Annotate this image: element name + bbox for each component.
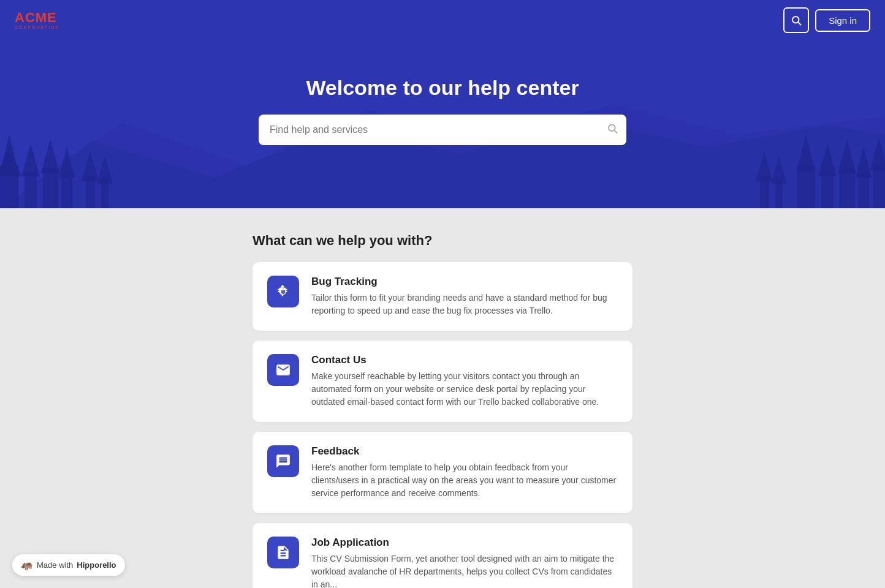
section-title: What can we help you with?: [253, 233, 632, 249]
search-bar-container: [259, 115, 626, 145]
feedback-title: Feedback: [311, 445, 618, 458]
svg-rect-19: [858, 173, 869, 208]
job-application-body: Job Application This CV Submission Form,…: [311, 537, 618, 588]
svg-rect-21: [873, 165, 885, 208]
feedback-body: Feedback Here's another form template to…: [311, 445, 618, 500]
search-icon: [607, 123, 618, 134]
svg-rect-9: [43, 168, 58, 208]
logo-text: ACME: [15, 11, 60, 24]
svg-line-32: [614, 130, 617, 132]
footer-hippo-icon: 🦛: [21, 559, 33, 571]
svg-marker-10: [41, 140, 59, 173]
logo: ACME CORPORATION: [15, 11, 60, 29]
cards-list: Bug Tracking Tailor this form to fit you…: [253, 262, 632, 588]
search-input[interactable]: [259, 115, 626, 145]
bug-tracking-description: Tailor this form to fit your branding ne…: [311, 292, 618, 317]
main-content: What can we help you with? Bug Tracking …: [0, 208, 885, 588]
svg-marker-8: [21, 144, 40, 176]
job-application-icon: [267, 537, 299, 568]
card-contact-us[interactable]: Contact Us Make yourself reachable by le…: [253, 341, 632, 422]
card-feedback[interactable]: Feedback Here's another form template to…: [253, 432, 632, 513]
contact-us-body: Contact Us Make yourself reachable by le…: [311, 354, 618, 409]
card-bug-tracking[interactable]: Bug Tracking Tailor this form to fit you…: [253, 262, 632, 331]
header: ACME CORPORATION Sign in: [0, 0, 885, 40]
search-icon: [791, 15, 802, 26]
svg-rect-7: [25, 172, 37, 208]
bug-tracking-icon: [267, 276, 299, 307]
made-with-label: Made with: [37, 560, 73, 570]
bug-tracking-title: Bug Tracking: [311, 276, 618, 288]
footer-badge: 🦛 Made with Hipporello: [12, 554, 125, 576]
bug-tracking-body: Bug Tracking Tailor this form to fit you…: [311, 276, 618, 317]
header-search-button[interactable]: [783, 7, 809, 33]
svg-rect-11: [61, 173, 72, 208]
card-job-application[interactable]: Job Application This CV Submission Form,…: [253, 523, 632, 588]
contact-us-title: Contact Us: [311, 354, 618, 366]
hero-background-mountains: [0, 86, 885, 208]
svg-rect-15: [821, 172, 834, 208]
header-actions: Sign in: [783, 7, 870, 33]
brand-name: Hipporello: [77, 560, 116, 570]
svg-marker-6: [0, 147, 21, 176]
logo-sub: CORPORATION: [15, 25, 60, 29]
signin-button[interactable]: Sign in: [815, 9, 870, 32]
hero-title: Welcome to our help center: [306, 76, 579, 100]
svg-rect-17: [840, 168, 855, 208]
svg-line-1: [799, 22, 801, 24]
job-application-description: This CV Submission Form, yet another too…: [311, 552, 618, 588]
svg-rect-13: [797, 165, 815, 208]
feedback-description: Here's another form template to help you…: [311, 461, 618, 500]
contact-us-description: Make yourself reachable by letting your …: [311, 370, 618, 409]
feedback-icon: [267, 445, 299, 477]
search-submit-button[interactable]: [607, 123, 618, 137]
job-application-title: Job Application: [311, 537, 618, 549]
contact-us-icon: [267, 354, 299, 386]
